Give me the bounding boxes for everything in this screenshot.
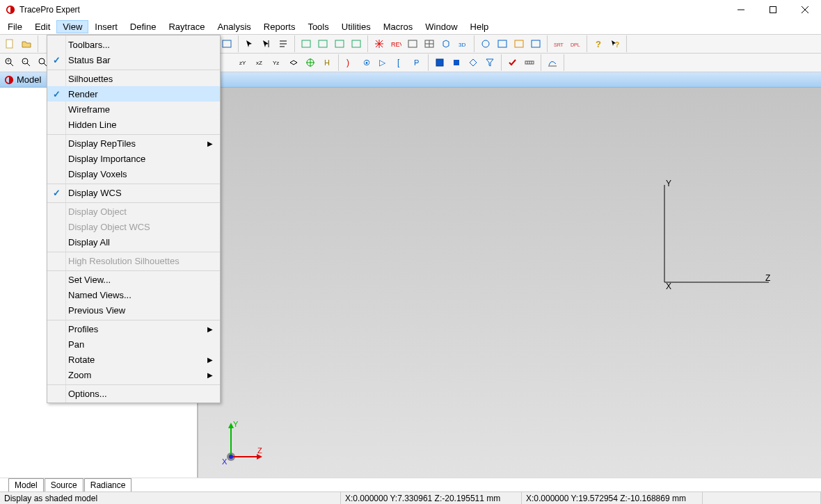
view-menu-dropdown: Toolbars...✓Status BarSilhouettes✓Render…	[47, 35, 221, 403]
menu-raytrace[interactable]: Raytrace	[162, 20, 211, 33]
target2-icon[interactable]	[303, 55, 318, 70]
menu-item-set-view[interactable]: Set View...	[47, 270, 220, 287]
win1-icon[interactable]	[298, 36, 314, 51]
xz-icon[interactable]: xZ	[253, 55, 268, 70]
menu-item-display-all[interactable]: Display All	[47, 234, 220, 250]
menu-file[interactable]: File	[1, 20, 29, 33]
graph-icon[interactable]	[219, 36, 234, 51]
menu-item-display-importance[interactable]: Display Importance	[47, 151, 220, 166]
align-icon[interactable]	[276, 36, 291, 51]
bracket2-icon[interactable]: ▷	[376, 55, 391, 70]
menu-item-toolbars[interactable]: Toolbars...	[47, 37, 220, 52]
menu-item-render[interactable]: ✓Render	[47, 86, 220, 101]
menu-item-hidden-line[interactable]: Hidden Line	[47, 117, 220, 132]
grid-icon[interactable]	[405, 36, 420, 51]
menu-window[interactable]: Window	[419, 20, 463, 33]
svg-text:X: X	[666, 282, 671, 289]
h-icon[interactable]: H	[319, 55, 335, 70]
svg-rect-27	[498, 40, 507, 47]
menu-item-wireframe[interactable]: Wireframe	[47, 101, 220, 117]
menu-tools[interactable]: Tools	[301, 20, 335, 33]
save-icon[interactable]	[432, 55, 447, 70]
arrow-icon[interactable]	[242, 36, 257, 51]
stop-icon[interactable]	[449, 55, 464, 70]
help-icon[interactable]: ?	[591, 36, 606, 51]
ruler-icon[interactable]	[522, 55, 537, 70]
minimize-button[interactable]	[725, 0, 757, 19]
menu-bar: FileEditViewInsertDefineRaytraceAnalysis…	[0, 19, 821, 35]
menu-item-display-voxels[interactable]: Display Voxels	[47, 166, 220, 181]
tab-model[interactable]: Model	[8, 478, 44, 491]
menu-edit[interactable]: Edit	[29, 20, 56, 33]
bracket3-icon[interactable]: [	[392, 55, 408, 70]
menu-item-high-resolution-silhouettes: High Resolution Silhouettes	[47, 252, 220, 268]
menu-item-display-object: Display Object	[47, 202, 220, 219]
rev-icon[interactable]: REV	[388, 36, 404, 51]
menu-macros[interactable]: Macros	[377, 20, 420, 33]
win4-icon[interactable]	[349, 36, 364, 51]
menu-item-named-views[interactable]: Named Views...	[47, 287, 220, 302]
svg-text:Y: Y	[233, 420, 239, 428]
funnel-icon[interactable]	[482, 55, 497, 70]
svg-marker-72	[257, 454, 262, 460]
menu-reports[interactable]: Reports	[257, 20, 302, 33]
svg-rect-54	[436, 59, 443, 66]
menu-item-pan[interactable]: Pan	[47, 336, 220, 352]
arrow-right-icon[interactable]	[259, 36, 274, 51]
diamond-icon[interactable]	[465, 55, 481, 70]
p-icon[interactable]: P	[409, 55, 424, 70]
iso-icon[interactable]	[286, 55, 301, 70]
win3-icon[interactable]	[332, 36, 347, 51]
xy-icon[interactable]: zY	[236, 55, 251, 70]
bracket1-icon[interactable]: ⦿	[359, 55, 374, 70]
svg-line-38	[27, 63, 30, 66]
curve-icon[interactable]	[545, 55, 560, 70]
menu-help[interactable]: Help	[464, 20, 495, 33]
menu-item-display-wcs[interactable]: ✓Display WCS	[47, 184, 220, 200]
svg-rect-12	[319, 40, 327, 47]
menu-insert[interactable]: Insert	[88, 20, 124, 33]
menu-utilities[interactable]: Utilities	[335, 20, 377, 33]
chart-icon[interactable]	[528, 36, 543, 51]
svg-rect-11	[302, 40, 310, 47]
menu-item-profiles[interactable]: Profiles▶	[47, 320, 220, 336]
menu-item-rotate[interactable]: Rotate▶	[47, 352, 220, 367]
tab-radiance[interactable]: Radiance	[84, 478, 132, 491]
menu-item-silhouettes[interactable]: Silhouettes	[47, 70, 220, 86]
menu-item-status-bar[interactable]: ✓Status Bar	[47, 52, 220, 67]
cube-icon[interactable]	[438, 36, 454, 51]
dpl-icon[interactable]: DPL	[568, 36, 583, 51]
new-icon[interactable]	[2, 36, 17, 51]
svg-point-74	[229, 455, 233, 459]
yz-icon[interactable]: Yz	[269, 55, 285, 70]
table-icon[interactable]	[422, 36, 437, 51]
menu-item-previous-view[interactable]: Previous View	[47, 302, 220, 318]
check-icon[interactable]	[505, 55, 520, 70]
menu-item-display-reptiles[interactable]: Display RepTiles▶	[47, 134, 220, 151]
maximize-button[interactable]	[757, 0, 789, 19]
menu-view[interactable]: View	[56, 20, 88, 33]
viewport[interactable]: Y X Z Y Z X	[198, 88, 821, 478]
zoom-out-icon[interactable]: -	[19, 55, 34, 70]
zoom-in-icon[interactable]: +	[2, 55, 17, 70]
menu-define[interactable]: Define	[124, 20, 163, 33]
plot-icon[interactable]	[495, 36, 510, 51]
svg-rect-55	[454, 60, 459, 65]
menu-item-options[interactable]: Options...	[47, 384, 220, 401]
window-title: TracePro Expert	[19, 5, 80, 15]
target-icon[interactable]	[478, 36, 493, 51]
win2-icon[interactable]	[315, 36, 330, 51]
svg-text:DPL: DPL	[571, 42, 580, 47]
srt-icon[interactable]: SRT	[551, 36, 566, 51]
burst-icon[interactable]	[372, 36, 387, 51]
open-icon[interactable]	[19, 36, 34, 51]
menu-item-zoom[interactable]: Zoom▶	[47, 367, 220, 382]
menu-analysis[interactable]: Analysis	[211, 20, 257, 33]
close-button[interactable]	[789, 0, 821, 19]
app-icon	[6, 5, 15, 15]
tab-source[interactable]: Source	[45, 478, 83, 491]
layers-icon[interactable]	[511, 36, 527, 51]
context-help-icon[interactable]: ?	[607, 36, 623, 51]
3d-icon[interactable]: 3D	[455, 36, 470, 51]
paren-icon[interactable]: )	[342, 55, 358, 70]
